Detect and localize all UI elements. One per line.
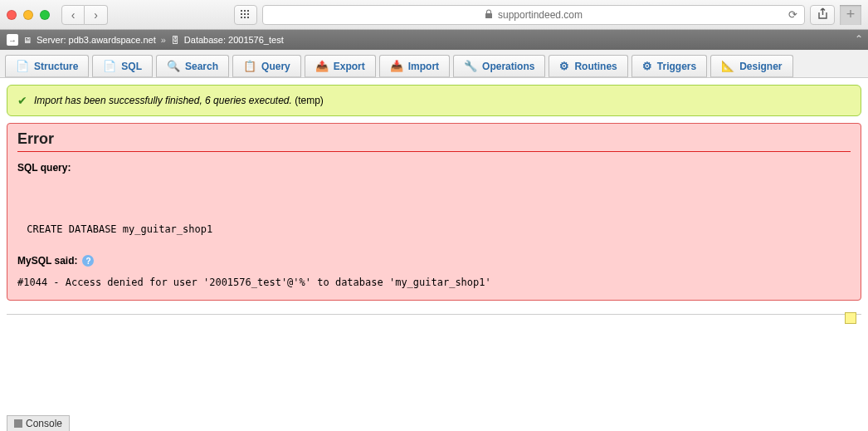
error-box: Error SQL query: CREATE DATABASE my_guit… (7, 123, 861, 301)
new-tab-button[interactable]: + (840, 5, 861, 25)
console-label: Console (26, 418, 62, 429)
sql-query-code: CREATE DATABASE my_guitar_shop1 (21, 223, 851, 235)
tab-label: SQL (121, 61, 142, 72)
success-text-tail: (temp) (292, 95, 324, 106)
tab-triggers[interactable]: ⚙Triggers (631, 55, 707, 77)
sticky-note-icon[interactable] (845, 312, 856, 324)
routines-icon: ⚙ (559, 60, 569, 72)
tab-label: Triggers (657, 61, 696, 72)
tab-label: Designer (739, 61, 782, 72)
tab-label: Structure (34, 61, 78, 72)
tab-search[interactable]: 🔍Search (156, 55, 229, 77)
operations-icon: 🔧 (464, 60, 477, 72)
address-bar[interactable]: supportindeed.com ⟳ (262, 5, 805, 25)
mysql-said-label: MySQL said: (17, 255, 77, 267)
tab-label: Routines (574, 61, 617, 72)
show-sidebar-button[interactable] (234, 5, 257, 25)
maximize-window-button[interactable] (40, 10, 50, 20)
tab-query[interactable]: 📋Query (232, 55, 301, 77)
window-controls (7, 10, 50, 20)
sql-icon: 📄 (103, 60, 116, 72)
grid-icon (241, 10, 251, 20)
breadcrumb-database[interactable]: Database: 2001576_test (184, 35, 284, 45)
tab-label: Search (185, 61, 218, 72)
nav-buttons: ‹ › (61, 5, 108, 25)
structure-icon: 📄 (16, 60, 29, 72)
server-icon (23, 35, 32, 45)
tab-label: Export (334, 61, 365, 72)
close-window-button[interactable] (7, 10, 17, 20)
help-icon[interactable]: ? (82, 255, 94, 267)
chevron-right-icon: › (94, 8, 98, 22)
tabs-row: 📄Structure 📄SQL 🔍Search 📋Query 📤Export 📥… (0, 50, 868, 78)
tab-label: Operations (482, 61, 534, 72)
success-message: ✔ Import has been successfully finished,… (7, 85, 861, 116)
tab-export[interactable]: 📤Export (305, 55, 376, 77)
tab-sql[interactable]: 📄SQL (92, 55, 153, 77)
success-text: Import has been successfully finished, 6… (34, 95, 324, 106)
page-content: ✔ Import has been successfully finished,… (0, 78, 868, 307)
share-icon (817, 7, 828, 22)
breadcrumb-separator: » (161, 35, 166, 45)
tab-label: Import (408, 61, 439, 72)
console-toggle[interactable]: Console (7, 415, 70, 431)
console-icon (14, 419, 22, 428)
mysql-error-detail: #1044 - Access denied for user '2001576_… (17, 277, 851, 288)
chevron-left-icon: ‹ (71, 8, 76, 22)
url-text: supportindeed.com (498, 9, 583, 21)
database-icon (171, 35, 179, 45)
tab-import[interactable]: 📥Import (379, 55, 450, 77)
plus-icon: + (846, 6, 856, 23)
designer-icon: 📐 (721, 60, 734, 72)
import-icon: 📥 (390, 60, 403, 72)
tab-routines[interactable]: ⚙Routines (549, 55, 627, 77)
sql-query-label: SQL query: (17, 162, 851, 174)
tab-designer[interactable]: 📐Designer (710, 55, 792, 77)
lock-icon (485, 9, 493, 21)
reload-button[interactable]: ⟳ (788, 8, 797, 21)
breadcrumb-bar: → Server: pdb3.awardspace.net » Database… (0, 30, 868, 50)
tab-operations[interactable]: 🔧Operations (453, 55, 545, 77)
minimize-window-button[interactable] (23, 10, 33, 20)
query-icon: 📋 (243, 60, 256, 72)
export-icon: 📤 (315, 60, 329, 72)
collapse-icon[interactable]: ⌃ (855, 33, 863, 45)
share-button[interactable] (810, 5, 835, 25)
back-button[interactable]: ‹ (61, 5, 85, 25)
divider (7, 314, 861, 315)
nav-home-icon[interactable]: → (7, 34, 18, 46)
browser-chrome: ‹ › supportindeed.com ⟳ + (0, 0, 868, 30)
tab-label: Query (261, 61, 290, 72)
error-title: Error (17, 130, 851, 152)
success-text-italic: Import has been successfully finished, 6… (34, 95, 292, 106)
forward-button[interactable]: › (85, 5, 108, 25)
check-icon: ✔ (17, 94, 27, 107)
mysql-said-row: MySQL said: ? (17, 255, 851, 267)
triggers-icon: ⚙ (642, 60, 652, 72)
breadcrumb-server[interactable]: Server: pdb3.awardspace.net (37, 35, 156, 45)
tab-structure[interactable]: 📄Structure (5, 55, 89, 77)
search-icon: 🔍 (167, 60, 180, 72)
